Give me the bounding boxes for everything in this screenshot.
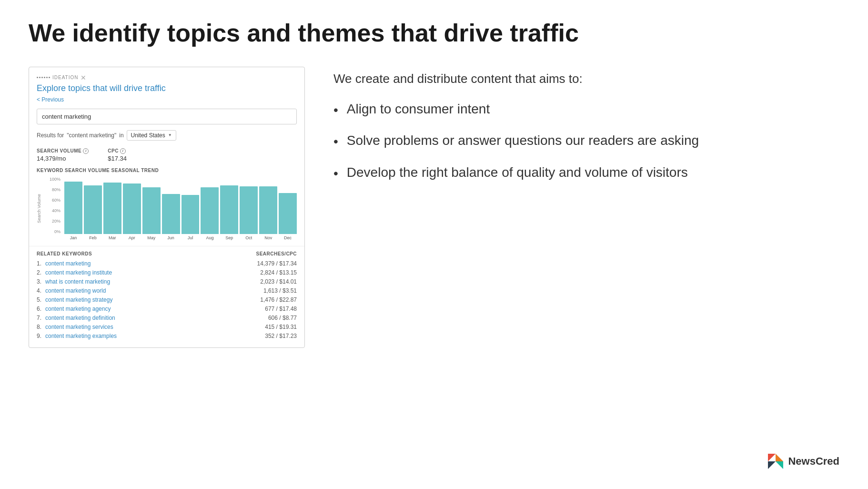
- month-label: Sep: [220, 235, 238, 240]
- bar: [279, 193, 297, 234]
- bar: [162, 194, 180, 234]
- month-label: Apr: [123, 235, 141, 240]
- keyword-link[interactable]: content marketing strategy: [45, 296, 260, 303]
- svg-marker-0: [768, 454, 776, 461]
- keyword-number: 5.: [37, 296, 45, 303]
- keyword-link[interactable]: content marketing examples: [45, 333, 265, 339]
- list-item-text: Solve problems or answer questions our r…: [347, 132, 699, 149]
- bars-row: [64, 177, 297, 234]
- month-label: Jul: [182, 235, 200, 240]
- bullet-dot: •: [333, 102, 338, 119]
- dots-icon: [37, 77, 50, 78]
- bar: [103, 183, 121, 234]
- y-axis-label: Search Volume: [37, 194, 41, 223]
- panel-title: Explore topics that will drive traffic: [37, 83, 297, 93]
- bar: [64, 182, 82, 234]
- search-input[interactable]: [37, 109, 297, 124]
- results-query: "content marketing": [67, 132, 116, 139]
- keyword-link[interactable]: content marketing world: [45, 287, 263, 294]
- keyword-stats: 2,824 / $13.15: [260, 269, 297, 276]
- results-prefix: Results for: [37, 132, 64, 139]
- keyword-link[interactable]: content marketing services: [45, 324, 265, 330]
- bar-wrap: [220, 177, 238, 234]
- list-item-text: Develop the right balance of quality and…: [347, 164, 688, 181]
- cpc-info-icon[interactable]: i: [120, 148, 126, 154]
- bar: [84, 185, 102, 234]
- bar-wrap: [182, 177, 200, 234]
- bar-wrap: [162, 177, 180, 234]
- cpc-stat: CPC i $17.34: [108, 148, 127, 162]
- chart-body: JanFebMarAprMayJunJulAugSepOctNovDec: [64, 177, 297, 240]
- back-link[interactable]: < Previous: [37, 96, 297, 103]
- bullet-dot: •: [333, 165, 338, 182]
- stats-row: SEARCH VOLUME i 14,379/mo CPC i $17.34: [29, 148, 304, 162]
- keyword-number: 2.: [37, 269, 45, 276]
- keyword-stats: 1,613 / $3.51: [263, 287, 297, 294]
- bullet-dot: •: [333, 133, 338, 150]
- bar-wrap: [201, 177, 219, 234]
- list-item: •Solve problems or answer questions our …: [333, 132, 839, 150]
- month-label: Jun: [162, 235, 180, 240]
- close-icon[interactable]: ✕: [81, 74, 87, 82]
- month-label: Jan: [64, 235, 82, 240]
- list-item: •Develop the right balance of quality an…: [333, 164, 839, 182]
- keyword-link[interactable]: content marketing agency: [45, 306, 265, 312]
- bar-wrap: [279, 177, 297, 234]
- bar: [182, 195, 200, 234]
- keyword-row: 7.content marketing definition606 / $8.7…: [37, 315, 297, 321]
- bar-wrap: [142, 177, 161, 234]
- keyword-row: 4.content marketing world1,613 / $3.51: [37, 287, 297, 294]
- keyword-link[interactable]: content marketing definition: [45, 315, 268, 321]
- right-panel: We create and distribute content that ai…: [333, 67, 839, 195]
- bar: [259, 186, 277, 234]
- results-row: Results for "content marketing" in Unite…: [29, 130, 304, 141]
- newscred-icon: [767, 453, 784, 470]
- newscred-text: NewsCred: [788, 455, 839, 468]
- cpc-value: $17.34: [108, 155, 127, 162]
- keyword-stats: 1,476 / $22.87: [260, 296, 297, 303]
- month-label: Mar: [103, 235, 121, 240]
- keyword-row: 6.content marketing agency677 / $17.48: [37, 306, 297, 312]
- keyword-link[interactable]: what is content marketing: [45, 278, 260, 285]
- country-label: United States: [131, 132, 165, 139]
- ideation-panel: IDEATION ✕ Explore topics that will driv…: [29, 67, 305, 348]
- keyword-number: 4.: [37, 287, 45, 294]
- keyword-stats: 352 / $17.23: [265, 333, 297, 339]
- svg-marker-2: [776, 454, 783, 461]
- related-keywords-header: RELATED KEYWORDS SEARCHES/CPC: [37, 251, 297, 256]
- keyword-link[interactable]: content marketing institute: [45, 269, 260, 276]
- keywords-list: 1.content marketing14,379 / $17.342.cont…: [37, 260, 297, 339]
- country-dropdown[interactable]: United States ▼: [127, 130, 176, 141]
- keyword-row: 9.content marketing examples352 / $17.23: [37, 333, 297, 339]
- bar: [220, 185, 238, 234]
- y-axis: 100% 80% 60% 40% 20% 0%: [47, 177, 62, 234]
- related-keywords-label: RELATED KEYWORDS: [37, 251, 92, 256]
- keyword-stats: 2,023 / $14.01: [260, 278, 297, 285]
- month-label: Feb: [84, 235, 102, 240]
- list-item: •Align to consumer intent: [333, 101, 839, 119]
- keyword-number: 3.: [37, 278, 45, 285]
- bar: [240, 186, 258, 234]
- newscred-logo: NewsCred: [767, 453, 839, 470]
- keyword-row: 1.content marketing14,379 / $17.34: [37, 260, 297, 267]
- keyword-number: 9.: [37, 333, 45, 339]
- keyword-row: 2.content marketing institute2,824 / $13…: [37, 269, 297, 276]
- info-icon[interactable]: i: [83, 148, 89, 154]
- chart-title: KEYWORD SEARCH VOLUME SEASONAL TREND: [37, 168, 297, 173]
- search-volume-value: 14,379/mo: [37, 155, 89, 162]
- bar: [201, 187, 219, 234]
- list-item-text: Align to consumer intent: [347, 101, 490, 118]
- bar-wrap: [103, 177, 121, 234]
- keyword-number: 7.: [37, 315, 45, 321]
- month-label: Dec: [279, 235, 297, 240]
- bar-wrap: [123, 177, 141, 234]
- search-volume-label: SEARCH VOLUME i: [37, 148, 89, 154]
- searches-cpc-label: SEARCHES/CPC: [256, 251, 297, 256]
- keyword-row: 3.what is content marketing2,023 / $14.0…: [37, 278, 297, 285]
- related-keywords-section: RELATED KEYWORDS SEARCHES/CPC 1.content …: [29, 246, 304, 347]
- month-label: Aug: [201, 235, 219, 240]
- keyword-stats: 14,379 / $17.34: [257, 260, 297, 267]
- months-row: JanFebMarAprMayJunJulAugSepOctNovDec: [64, 235, 297, 240]
- keyword-stats: 415 / $19.31: [265, 324, 297, 330]
- keyword-link[interactable]: content marketing: [45, 260, 257, 267]
